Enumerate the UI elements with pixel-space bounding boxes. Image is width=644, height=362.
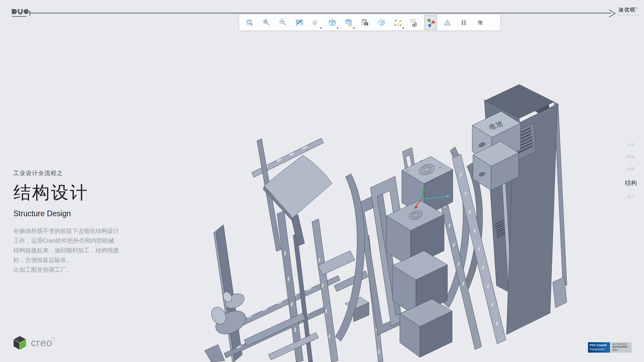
stage-nav-separator: / [620, 149, 642, 153]
annotation-display-icon[interactable] [408, 15, 420, 29]
view-manager-icon[interactable] [342, 15, 355, 29]
dropdown-caret[interactable] [336, 27, 338, 28]
refit-icon[interactable] [244, 15, 256, 29]
stage-nav-separator: / [620, 189, 642, 193]
intro-paragraph-1: 在确保外观不变的前提下去细化结构设计工作，运用Creo软件把外壳和内部机械结构链… [13, 226, 119, 265]
brand-right-tagline: DUO DESIGN [619, 14, 644, 16]
svg-text:y: y [394, 23, 396, 26]
autodesk-autocad-badge: AUTODESK® AUTOCAD® 2020 [611, 342, 632, 353]
zoom-out-icon[interactable] [277, 15, 289, 29]
pause-icon[interactable] [458, 15, 470, 29]
page-subtitle: Structure Design [13, 209, 119, 218]
autodesk-badge-line1: AUTODESK® [612, 343, 630, 345]
stage-nav-item-appearance[interactable]: 外观 [620, 166, 642, 172]
autodesk-badge-line3: 2020 [612, 348, 630, 351]
display-shading-icon[interactable] [310, 15, 322, 29]
dropdown-caret[interactable] [402, 27, 404, 28]
creo-wordmark: creo [31, 337, 52, 349]
snapshot-icon[interactable] [359, 15, 371, 29]
stage-nav-separator: / [620, 161, 642, 165]
stage-nav-item-sketch[interactable]: 草图 [620, 154, 642, 160]
ptc-badge-line2: Parametric [590, 347, 608, 351]
intro-paragraph-2: 出加工图并协调工厂。 [13, 265, 119, 275]
dropdown-caret[interactable] [320, 27, 322, 28]
creo-mark: ® [52, 337, 55, 340]
svg-text:/: / [397, 18, 398, 21]
brand-right-name: 迪优呗 [619, 7, 636, 12]
page: { "page": {"background": "#e8eaee", "wid… [0, 0, 644, 362]
display-style-icon[interactable] [375, 15, 387, 29]
ptc-badge-line1: PTC Creo® [590, 343, 608, 347]
dragger-icon[interactable] [441, 15, 453, 29]
software-badges: PTC Creo® Parametric AUTODESK® AUTOCAD® … [588, 342, 632, 353]
repaint-icon[interactable] [293, 15, 305, 29]
datum-display-icon[interactable]: x / y [392, 15, 404, 29]
svg-text:x: x [395, 19, 396, 22]
intro-kicker: 工业设计全流程之 [13, 169, 119, 177]
spin-center-icon[interactable] [425, 15, 437, 29]
stage-nav-separator: / [620, 173, 642, 177]
brand-right-mark: ® [636, 7, 638, 10]
stage-nav-item-analysis[interactable]: 分析 [620, 142, 642, 148]
stage-nav-item-structure[interactable]: 结构 [620, 179, 642, 187]
creo-logo: creo® [13, 335, 55, 351]
graphics-toolbar: x / y [239, 14, 501, 31]
duo-logo: DUO [11, 9, 29, 19]
brand-right-logo: 迪优呗® DUO DESIGN [619, 7, 644, 16]
creo-cube-icon [13, 335, 27, 351]
zoom-in-icon[interactable] [260, 15, 272, 29]
autodesk-badge-line2: AUTOCAD® [612, 345, 630, 348]
timeline-line [30, 13, 611, 13]
page-title: 结构设计 [13, 181, 119, 204]
ptc-creo-badge: PTC Creo® Parametric [588, 342, 610, 353]
intro-block: 工业设计全流程之 结构设计 Structure Design 在确保外观不变的前… [13, 169, 119, 275]
timeline-arrow-icon [608, 9, 616, 18]
dropdown-caret[interactable] [353, 27, 355, 28]
stage-nav: 分析 / 草图 / 外观 / 结构 / 加工 [620, 141, 642, 201]
stage-nav-item-manufacture[interactable]: 加工 [620, 194, 642, 200]
saved-orientations-icon[interactable] [326, 15, 338, 29]
exit-icon[interactable] [474, 15, 486, 29]
